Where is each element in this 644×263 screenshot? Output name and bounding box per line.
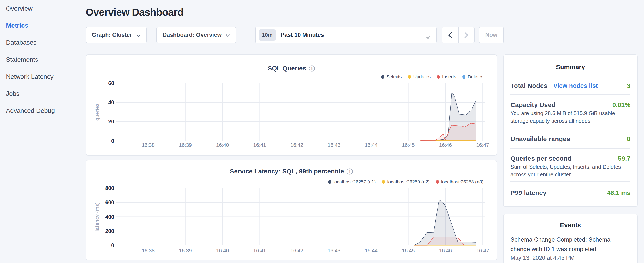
- event-timestamp: May 13, 2020 at 4:45 PM: [510, 255, 630, 261]
- svg-text:0: 0: [111, 138, 114, 144]
- chart-panel-service-latency: Service Latency: SQL, 99th percentileilo…: [86, 160, 497, 260]
- svg-text:16:47: 16:47: [476, 142, 489, 148]
- svg-text:latency (ms): latency (ms): [94, 202, 100, 231]
- svg-text:20: 20: [108, 119, 114, 124]
- summary-metric-description: Sum of Selects, Updates, Inserts, and De…: [510, 163, 630, 178]
- svg-text:16:38: 16:38: [142, 248, 154, 253]
- svg-text:200: 200: [105, 228, 114, 234]
- summary-metric-label: Unavailable ranges: [510, 135, 570, 143]
- summary-metric-value: 59.7: [618, 155, 630, 162]
- chart-panel-sql-queries: SQL QueriesiSelectsUpdatesInsertsDeletes…: [86, 55, 497, 156]
- svg-text:400: 400: [105, 214, 114, 220]
- event-text: Schema Change Completed: Schema change w…: [510, 235, 630, 254]
- sidebar-item-statements[interactable]: Statements: [0, 51, 86, 68]
- chevron-right-icon: [464, 32, 468, 38]
- summary-metric-label: P99 latency: [510, 189, 546, 196]
- svg-text:16:46: 16:46: [439, 142, 452, 148]
- summary-row: Capacity Used0.01%You are using 28.6 MiB…: [510, 95, 630, 129]
- now-label: Now: [486, 32, 498, 38]
- now-button[interactable]: Now: [479, 27, 504, 43]
- chart-plot: 16:3816:3916:4016:4116:4216:4316:4416:45…: [86, 55, 497, 154]
- svg-text:16:40: 16:40: [216, 142, 229, 148]
- time-step-buttons: [442, 27, 474, 43]
- summary-rows: Total NodesView nodes list3Capacity Used…: [504, 71, 637, 196]
- time-range-badge: 10m: [259, 29, 276, 41]
- svg-text:16:43: 16:43: [328, 248, 340, 253]
- summary-metric-value: 0: [627, 135, 630, 143]
- svg-text:16:38: 16:38: [142, 142, 154, 148]
- svg-text:queries: queries: [94, 103, 100, 121]
- chevron-down-icon: [226, 32, 230, 38]
- sidebar-item-metrics[interactable]: Metrics: [0, 17, 86, 34]
- summary-title: Summary: [504, 55, 637, 71]
- sidebar-item-jobs[interactable]: Jobs: [0, 85, 86, 102]
- events-title: Events: [504, 214, 637, 229]
- time-range-selector[interactable]: 10m Past 10 Minutes: [255, 27, 437, 43]
- summary-metric-label: Total Nodes: [510, 82, 548, 89]
- svg-text:40: 40: [108, 99, 114, 105]
- summary-row: P99 latency46.1 ms: [510, 181, 630, 196]
- svg-text:0: 0: [111, 242, 114, 248]
- svg-text:16:44: 16:44: [365, 142, 378, 148]
- summary-metric-value: 3: [627, 82, 630, 89]
- svg-text:800: 800: [105, 185, 114, 191]
- sidebar-nav: OverviewMetricsDatabasesStatementsNetwor…: [0, 0, 86, 119]
- svg-text:16:45: 16:45: [402, 142, 415, 148]
- chevron-down-icon: [136, 32, 140, 38]
- svg-text:16:39: 16:39: [179, 248, 192, 253]
- summary-metric-description: You are using 28.6 MiB of 515.9 GiB usab…: [510, 109, 630, 125]
- dashboard-dropdown[interactable]: Dashboard: Overview: [156, 27, 236, 43]
- chevron-down-icon: [426, 34, 430, 41]
- svg-text:16:47: 16:47: [476, 248, 489, 253]
- dashboard-label: Dashboard: Overview: [163, 32, 222, 38]
- summary-row: Total NodesView nodes list3: [510, 71, 630, 95]
- svg-text:16:43: 16:43: [328, 142, 340, 148]
- summary-metric-label: Capacity Used: [510, 101, 556, 109]
- events-list: Schema Change Completed: Schema change w…: [504, 229, 637, 261]
- svg-text:600: 600: [105, 199, 114, 205]
- sidebar-item-advanced-debug[interactable]: Advanced Debug: [0, 102, 86, 119]
- graph-scope-dropdown[interactable]: Graph: Cluster: [86, 27, 147, 43]
- svg-text:16:44: 16:44: [365, 248, 378, 253]
- view-nodes-list-link[interactable]: View nodes list: [554, 82, 598, 89]
- svg-text:16:42: 16:42: [290, 142, 303, 148]
- main-content: Overview Dashboard Graph: Cluster Dashbo…: [86, 0, 644, 263]
- svg-text:16:41: 16:41: [253, 248, 266, 253]
- summary-panel: Summary Total NodesView nodes list3Capac…: [503, 55, 638, 207]
- time-back-button[interactable]: [442, 27, 458, 43]
- summary-metric-label: Queries per second: [510, 155, 572, 162]
- events-panel: Events Schema Change Completed: Schema c…: [503, 214, 638, 263]
- summary-metric-value: 46.1 ms: [607, 189, 630, 196]
- svg-text:16:39: 16:39: [179, 142, 192, 148]
- svg-text:16:41: 16:41: [253, 142, 266, 148]
- svg-text:16:46: 16:46: [439, 248, 452, 253]
- graph-scope-label: Graph: Cluster: [92, 32, 132, 38]
- chart-plot: 16:3816:3916:4016:4116:4216:4316:4416:45…: [86, 160, 497, 260]
- time-range-label: Past 10 Minutes: [281, 32, 324, 38]
- sidebar-item-databases[interactable]: Databases: [0, 34, 86, 51]
- page-title: Overview Dashboard: [86, 7, 184, 18]
- svg-text:60: 60: [108, 80, 114, 86]
- summary-row: Queries per second59.7Sum of Selects, Up…: [510, 149, 630, 181]
- page: OverviewMetricsDatabasesStatementsNetwor…: [0, 0, 644, 263]
- chevron-left-icon: [448, 32, 452, 38]
- summary-row: Unavailable ranges0: [510, 129, 630, 149]
- sidebar-item-network-latency[interactable]: Network Latency: [0, 68, 86, 85]
- sidebar-item-overview[interactable]: Overview: [0, 0, 86, 17]
- svg-text:16:42: 16:42: [290, 248, 303, 253]
- time-forward-button[interactable]: [458, 27, 474, 43]
- svg-text:16:45: 16:45: [402, 248, 415, 253]
- svg-text:16:40: 16:40: [216, 248, 229, 253]
- summary-metric-value: 0.01%: [612, 101, 630, 109]
